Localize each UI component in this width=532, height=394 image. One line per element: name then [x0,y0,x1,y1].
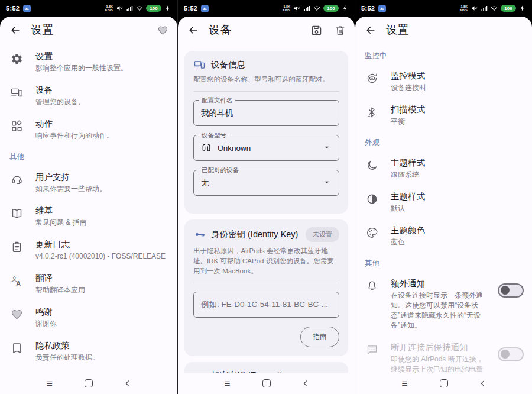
list-item-title: 额外通知 [391,277,486,289]
select-field[interactable]: 设备型号Unknown [193,135,339,161]
mute-icon [471,5,478,12]
nav-back-button[interactable] [477,377,489,389]
list-item[interactable]: 鸣谢谢谢你 [0,301,177,334]
app-bar: 设置 [0,17,177,44]
save-button[interactable] [310,24,323,37]
page-title: 设置 [31,22,148,38]
list-item[interactable]: 断开连接后保持通知即使您的 AirPods 断开连接，继续显示上次已知的电池电量… [355,336,532,373]
back-button[interactable] [186,23,200,37]
settings-list: 设置影响整个应用的一般性设置。设备管理您的设备。动作响应事件和行为的动作。其他用… [0,44,177,373]
list-item-text: 主题样式默认 [391,190,524,214]
list-item[interactable]: 动作响应事件和行为的动作。 [0,112,177,146]
list-item-text: 主题样式跟随系统 [391,157,524,180]
headset-icon [9,172,24,186]
list-item-subtitle: 影响整个应用的一般性设置。 [35,63,169,73]
back-button[interactable] [8,23,22,37]
bolt-icon [164,5,171,12]
list-item-subtitle: 跟随系统 [391,170,524,180]
devices-icon [9,85,24,99]
nav-home-button[interactable] [261,377,273,389]
nav-home-button[interactable] [438,377,450,389]
list-item-text: 用户支持如果你需要一些帮助。 [35,171,169,194]
app-bar-actions [310,24,346,37]
list-item-text: 更新日志v4.0.2-rc1 (40002010) - FOSS/RELEASE [35,238,169,261]
key-input[interactable]: 例如: FE-D0-1C-54-11-81-BC-BC-... [193,292,339,318]
list-item[interactable]: 维基常见问题 & 指南 [0,199,177,233]
list-item-text: 翻译帮助翻译本应用 [35,272,169,295]
list-item-title: 主题颜色 [391,224,524,236]
nav-back-button[interactable] [300,377,312,389]
list-item[interactable]: 隐私政策负责任的处理数据。 [0,334,177,368]
nav-menu-button[interactable]: ≡ [222,377,233,389]
status-bar-right: 1.8KKB/S100 [105,5,171,12]
nav-back-button[interactable] [122,377,134,389]
divider [193,91,339,92]
list-item[interactable]: 文A翻译帮助翻译本应用 [0,267,177,301]
list-item-subtitle: 如果你需要一些帮助。 [35,184,169,194]
list-item-subtitle: 默认 [391,204,524,214]
settings-card: 身份密钥 (Identity Key)未设置出于隐私原因，AirPods 会经常… [184,219,348,356]
toggle-wrap [498,347,524,361]
widgets-icon [9,119,24,133]
status-bar: 5:521.8KKB/S100 [0,0,177,17]
select-field[interactable]: 已配对的设备无 [193,170,339,196]
list-item-title: 维基 [35,205,169,217]
section-label: 其他 [0,146,177,166]
list-item-text: 动作响应事件和行为的动作。 [35,118,169,141]
nav-home-button[interactable] [83,377,95,389]
nav-menu-button[interactable]: ≡ [399,377,411,389]
delete-button[interactable] [333,24,346,37]
app-notification-icon [23,5,31,12]
battery-icon: 100 [323,5,339,12]
nav-menu-button[interactable]: ≡ [44,377,56,389]
list-item-title: 鸣谢 [35,306,169,318]
guide-button[interactable]: 指南 [300,327,339,347]
list-item[interactable]: 主题样式跟随系统 [355,151,532,185]
list-item[interactable]: 设置影响整个应用的一般性设置。 [0,45,177,79]
battery-icon: 100 [146,5,161,12]
back-button[interactable] [364,23,378,37]
list-item[interactable]: 更新日志v4.0.2-rc1 (40002010) - FOSS/RELEASE [0,233,177,267]
net-speed-indicator: 1.8KKB/S [105,5,113,12]
key-input-placeholder: 例如: FE-D0-1C-54-11-81-BC-BC-... [201,299,332,310]
list-item-text: 额外通知在设备连接时显示一条额外通知。这使您可以禁用“设备状态”通道来隐藏永久性… [391,277,486,331]
card-body-text: 出于隐私原因，AirPods 会经常更改其蓝牙地址。IRK 可帮助 CAPod … [193,246,339,276]
list-item[interactable]: 监控模式设备连接时 [355,64,532,98]
chevron-down-icon [322,143,332,153]
list-item[interactable]: 用户支持如果你需要一些帮助。 [0,166,177,199]
net-speed-indicator: 1.8KKB/S [460,5,468,12]
app-surface: 设备设备信息配置您的设备名称、型号和可选的蓝牙配对。配置文件名我的耳机设备型号U… [178,17,355,394]
status-bar-left: 5:52 [361,5,386,12]
button-row: 指南 [193,327,339,347]
list-item[interactable]: 扫描模式平衡 [355,98,532,132]
divider [193,283,339,283]
bluetooth-scan-icon [365,105,379,119]
net-speed-bottom: KB/S [283,8,290,12]
list-item[interactable]: 主题颜色蓝色 [355,219,532,253]
toggle-switch[interactable] [498,283,524,298]
text-field[interactable]: 配置文件名我的耳机 [193,100,339,126]
list-item[interactable]: 主题样式默认 [355,185,532,219]
signal-icon [481,5,488,12]
moon-icon [365,158,379,172]
phone-screenshot: 5:521.8KKB/S100设置监控中监控模式设备连接时扫描模式平衡外观主题样… [355,0,532,394]
status-badge: 未设置 [306,227,339,242]
wifi-icon [136,5,143,12]
list-item-subtitle: 在设备连接时显示一条额外通知。这使您可以禁用“设备状态”通道来隐藏永久性的“无设… [391,290,486,331]
toggle-wrap [498,283,524,298]
list-item[interactable]: 设备管理您的设备。 [0,79,177,112]
section-label: 外观 [355,132,532,151]
signal-icon [126,5,133,12]
status-bar-left: 5:52 [6,5,31,12]
clock: 5:52 [184,5,197,12]
list-item-title: 翻译 [35,272,169,284]
toggle-switch [498,347,524,361]
list-item-title: 主题样式 [391,157,524,169]
list-item[interactable]: 额外通知在设备连接时显示一条额外通知。这使您可以禁用“设备状态”通道来隐藏永久性… [355,272,532,336]
settings-card: 设备信息配置您的设备名称、型号和可选的蓝牙配对。配置文件名我的耳机设备型号Unk… [184,51,348,214]
list-item-subtitle: 响应事件和行为的动作。 [35,131,169,141]
list-item-subtitle: 帮助翻译本应用 [35,285,169,295]
favorite-button[interactable] [156,24,169,37]
card-header: 身份密钥 (Identity Key)未设置 [193,227,339,242]
settings-card: 加密密钥 (Encryption Key)未设置AirPods 会发送状态消息，… [184,362,348,373]
